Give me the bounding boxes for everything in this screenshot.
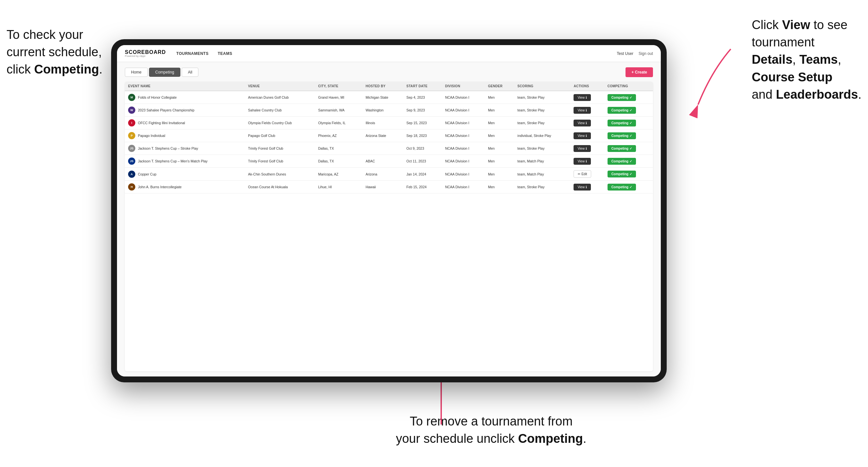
table-row: M Folds of Honor Collegiate American Dun… [125, 91, 653, 104]
view-button[interactable]: View ℹ [574, 94, 591, 101]
team-logo: P [128, 132, 135, 139]
view-button[interactable]: View ℹ [574, 184, 591, 190]
event-name: Folds of Honor Collegiate [138, 95, 177, 99]
venue-cell: Ak-Chin Southern Dunes [245, 168, 315, 181]
col-event-name: EVENT NAME [125, 82, 245, 91]
hosted-by-cell: Arizona State [363, 129, 403, 142]
hosted-by-cell [363, 142, 403, 155]
view-button[interactable]: View ℹ [574, 158, 591, 165]
view-button[interactable]: View ℹ [574, 107, 591, 114]
venue-cell: Trinity Forest Golf Club [245, 155, 315, 168]
scoreboard-logo: SCOREBOARD Powered by clippi [125, 50, 166, 58]
nav-links: TOURNAMENTS TEAMS [177, 51, 232, 56]
event-name: John A. Burns Intercollegiate [138, 185, 182, 189]
division-cell: NCAA Division I [442, 129, 485, 142]
tab-home[interactable]: Home [125, 68, 148, 77]
view-button[interactable]: View ℹ [574, 120, 591, 126]
competing-button[interactable]: Competing ✓ [608, 170, 636, 178]
competing-cell: Competing ✓ [604, 142, 653, 155]
hosted-by-cell: ABAC [363, 155, 403, 168]
venue-cell: Ocean Course At Hokuala [245, 181, 315, 193]
tablet-screen: SCOREBOARD Powered by clippi TOURNAMENTS… [117, 45, 661, 376]
gender-cell: Men [485, 142, 514, 155]
actions-cell: View ℹ [570, 142, 604, 155]
venue-cell: Trinity Forest Golf Club [245, 142, 315, 155]
competing-button[interactable]: Competing ✓ [608, 107, 636, 114]
tab-competing[interactable]: Competing [149, 68, 180, 77]
team-logo: JS [128, 145, 135, 152]
scoring-cell: team, Stroke Play [514, 181, 570, 193]
city-state-cell: Sammamish, WA [315, 104, 362, 117]
start-date-cell: Oct 11, 2023 [403, 155, 441, 168]
gender-cell: Men [485, 129, 514, 142]
scoring-cell: team, Stroke Play [514, 117, 570, 129]
table-row: JS Jackson T. Stephens Cup – Stroke Play… [125, 142, 653, 155]
team-logo: W [128, 106, 135, 114]
col-hosted-by: HOSTED BY [363, 82, 403, 91]
division-cell: NCAA Division I [442, 91, 485, 104]
create-button[interactable]: + Create [625, 67, 653, 77]
event-name: Jackson T. Stephens Cup – Men's Match Pl… [138, 159, 208, 163]
nav-teams[interactable]: TEAMS [218, 51, 232, 56]
gender-cell: Men [485, 117, 514, 129]
competing-button[interactable]: Competing ✓ [608, 145, 636, 152]
table-row: P Papago Individual Papago Golf ClubPhoe… [125, 129, 653, 142]
col-venue: VENUE [245, 82, 315, 91]
division-cell: NCAA Division I [442, 168, 485, 181]
view-button[interactable]: View ℹ [574, 132, 591, 139]
competing-button[interactable]: Competing ✓ [608, 94, 636, 101]
logo-main-text: SCOREBOARD [125, 50, 166, 55]
competing-cell: Competing ✓ [604, 181, 653, 193]
division-cell: NCAA Division I [442, 155, 485, 168]
competing-button[interactable]: Competing ✓ [608, 132, 636, 139]
gender-cell: Men [485, 155, 514, 168]
city-state-cell: Dallas, TX [315, 155, 362, 168]
logo-sub-text: Powered by clippi [125, 55, 166, 58]
city-state-cell: Olympia Fields, IL [315, 117, 362, 129]
scoring-cell: team, Stroke Play [514, 104, 570, 117]
competing-cell: Competing ✓ [604, 168, 653, 181]
competing-button[interactable]: Competing ✓ [608, 158, 636, 165]
start-date-cell: Oct 9, 2023 [403, 142, 441, 155]
user-label: Test User [617, 51, 633, 56]
competing-button[interactable]: Competing ✓ [608, 120, 636, 126]
actions-cell: View ℹ [570, 155, 604, 168]
division-cell: NCAA Division I [442, 104, 485, 117]
table-row: JS Jackson T. Stephens Cup – Men's Match… [125, 155, 653, 168]
start-date-cell: Jan 14, 2024 [403, 168, 441, 181]
team-logo: I [128, 119, 135, 126]
navbar: SCOREBOARD Powered by clippi TOURNAMENTS… [117, 45, 661, 62]
col-start-date: START DATE [403, 82, 441, 91]
hosted-by-cell: Michigan State [363, 91, 403, 104]
col-city-state: CITY, STATE [315, 82, 362, 91]
city-state-cell: Maricopa, AZ [315, 168, 362, 181]
view-button[interactable]: View ℹ [574, 145, 591, 152]
city-state-cell: Lihue, HI [315, 181, 362, 193]
col-division: DIVISION [442, 82, 485, 91]
competing-button[interactable]: Competing ✓ [608, 184, 636, 190]
city-state-cell: Phoenix, AZ [315, 129, 362, 142]
division-cell: NCAA Division I [442, 181, 485, 193]
tournaments-table-wrapper: EVENT NAME VENUE CITY, STATE HOSTED BY S… [125, 82, 653, 371]
actions-cell: View ℹ [570, 91, 604, 104]
venue-cell: American Dunes Golf Club [245, 91, 315, 104]
start-date-cell: Sep 15, 2023 [403, 117, 441, 129]
competing-cell: Competing ✓ [604, 117, 653, 129]
division-cell: NCAA Division I [442, 142, 485, 155]
actions-cell: ✏ Edit [570, 168, 604, 181]
competing-cell: Competing ✓ [604, 91, 653, 104]
edit-button[interactable]: ✏ Edit [574, 170, 591, 178]
table-header-row: EVENT NAME VENUE CITY, STATE HOSTED BY S… [125, 82, 653, 91]
tab-all[interactable]: All [182, 68, 198, 77]
nav-tournaments[interactable]: TOURNAMENTS [177, 51, 209, 56]
annotation-top-right: Click View to see tournament Details, Te… [752, 16, 862, 103]
event-name: Jackson T. Stephens Cup – Stroke Play [138, 147, 198, 150]
venue-cell: Olympia Fields Country Club [245, 117, 315, 129]
navbar-right: Test User Sign out [617, 51, 653, 56]
event-name: OFCC Fighting Illini Invitational [138, 121, 185, 125]
start-date-cell: Feb 15, 2024 [403, 181, 441, 193]
competing-cell: Competing ✓ [604, 155, 653, 168]
scoring-cell: team, Match Play [514, 155, 570, 168]
sign-out-link[interactable]: Sign out [639, 51, 653, 56]
table-row: I OFCC Fighting Illini Invitational Olym… [125, 117, 653, 129]
